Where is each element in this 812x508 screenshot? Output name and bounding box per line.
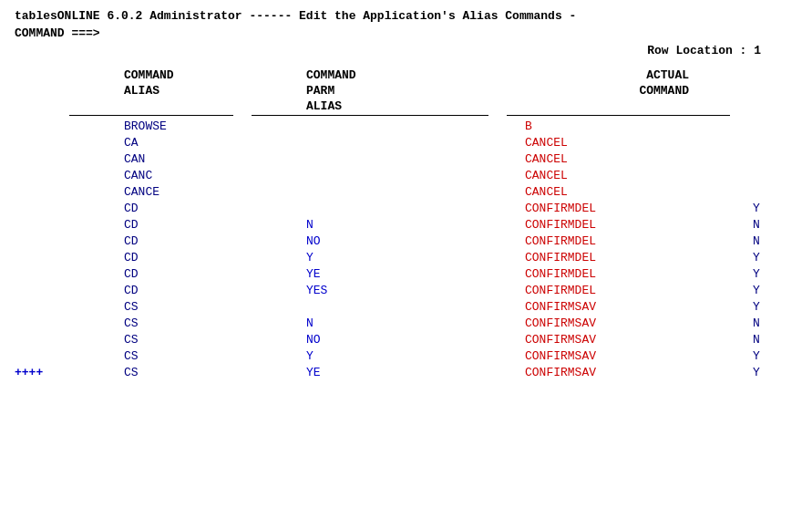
cell-alias: CS bbox=[69, 316, 233, 330]
cell-alias: CD bbox=[69, 251, 233, 264]
table-row: CAN CANCEL bbox=[15, 152, 797, 169]
cell-cmd: CONFIRMDEL bbox=[488, 218, 744, 232]
col-header-row2: ALIAS PARM COMMAND bbox=[15, 84, 797, 98]
cell-parm: YE bbox=[233, 267, 488, 281]
row-location: Row Location : 1 bbox=[15, 44, 797, 57]
col1-header-line3 bbox=[69, 99, 233, 113]
cell-alias: BROWSE bbox=[69, 119, 233, 133]
cell-cmd: CONFIRMDEL bbox=[488, 202, 744, 215]
cell-alias: CS bbox=[69, 366, 233, 379]
table-row: CD YE CONFIRMDEL Y bbox=[15, 267, 797, 284]
cell-flag: N bbox=[744, 234, 798, 248]
cell-parm: N bbox=[233, 316, 488, 330]
cell-alias: CS bbox=[69, 349, 233, 363]
table-row: CD NO CONFIRMDEL N bbox=[15, 234, 797, 251]
cell-parm: NO bbox=[233, 333, 488, 347]
cell-alias: CS bbox=[69, 300, 233, 314]
cell-flag: N bbox=[744, 218, 798, 232]
table-row: CS Y CONFIRMSAV Y bbox=[15, 349, 797, 366]
table-row: CA CANCEL bbox=[15, 136, 797, 152]
header-line1: tablesONLINE 6.0.2 Administrator ------ … bbox=[15, 9, 797, 23]
col2-header-line3: ALIAS bbox=[233, 99, 488, 113]
cell-parm: YE bbox=[233, 366, 488, 379]
cell-alias: CAN bbox=[69, 152, 233, 166]
col1-header-line1: COMMAND bbox=[69, 68, 233, 82]
cell-cmd: CONFIRMDEL bbox=[488, 267, 744, 281]
header-line2: COMMAND ===> bbox=[15, 26, 797, 40]
cell-cmd: CONFIRMSAV bbox=[488, 366, 744, 379]
col3-header-line2: COMMAND bbox=[488, 84, 744, 98]
cell-flag: Y bbox=[744, 284, 798, 297]
cell-flag: Y bbox=[744, 366, 798, 379]
cell-flag: Y bbox=[744, 300, 798, 314]
cell-alias: CD bbox=[69, 234, 233, 248]
col2-header-line1: COMMAND bbox=[233, 68, 488, 82]
table-row: CANCE CANCEL bbox=[15, 185, 797, 202]
cell-flag: Y bbox=[744, 267, 798, 281]
cell-parm: N bbox=[233, 218, 488, 232]
table-row: CS N CONFIRMSAV N bbox=[15, 316, 797, 333]
col4-header-line3 bbox=[744, 99, 798, 113]
table-row: CS CONFIRMSAV Y bbox=[15, 300, 797, 316]
cell-cmd: CONFIRMSAV bbox=[488, 333, 744, 347]
col-header-row1: COMMAND COMMAND ACTUAL bbox=[15, 68, 797, 82]
table-row: CD Y CONFIRMDEL Y bbox=[15, 251, 797, 267]
col3-header-line3 bbox=[488, 99, 744, 113]
cell-cmd: CANCEL bbox=[488, 169, 744, 182]
cell-cmd: CANCEL bbox=[488, 152, 744, 166]
cell-flag: Y bbox=[744, 251, 798, 264]
cell-cmd: B bbox=[488, 119, 744, 133]
col-header-row3: ALIAS bbox=[15, 99, 797, 113]
table-row: CD CONFIRMDEL Y bbox=[15, 202, 797, 218]
cell-flag: Y bbox=[744, 202, 798, 215]
table-row: BROWSE B bbox=[15, 119, 797, 136]
cell-cmd: CONFIRMSAV bbox=[488, 349, 744, 363]
cell-alias: CA bbox=[69, 136, 233, 150]
table-row: CS NO CONFIRMSAV N bbox=[15, 333, 797, 349]
col1-header-line2: ALIAS bbox=[69, 84, 233, 98]
cell-parm: Y bbox=[233, 251, 488, 264]
cell-cmd: CONFIRMDEL bbox=[488, 251, 744, 264]
col2-header-line2: PARM bbox=[233, 84, 488, 98]
cell-alias: CS bbox=[69, 333, 233, 347]
cell-flag: Y bbox=[744, 349, 798, 363]
cell-cmd: CANCEL bbox=[488, 185, 744, 199]
cell-cmd: CONFIRMSAV bbox=[488, 300, 744, 314]
table-row: ++++ CS YE CONFIRMSAV Y bbox=[15, 366, 797, 382]
cell-cmd: CANCEL bbox=[488, 136, 744, 150]
cell-flag: N bbox=[744, 316, 798, 330]
cell-alias: CD bbox=[69, 218, 233, 232]
table-divider bbox=[15, 115, 797, 116]
cell-alias: CD bbox=[69, 202, 233, 215]
cell-parm: YES bbox=[233, 284, 488, 297]
col4-header-line1 bbox=[744, 68, 798, 82]
cell-alias: CANC bbox=[69, 169, 233, 182]
cell-alias: CD bbox=[69, 284, 233, 297]
cell-parm: Y bbox=[233, 349, 488, 363]
table-row: CANC CANCEL bbox=[15, 169, 797, 185]
table-body: BROWSE B CA CANCEL CAN CANCEL CANC CANCE… bbox=[15, 119, 797, 382]
cell-parm: NO bbox=[233, 234, 488, 248]
cell-cmd: CONFIRMDEL bbox=[488, 284, 744, 297]
table-row: CD YES CONFIRMDEL Y bbox=[15, 284, 797, 300]
alias-table: COMMAND COMMAND ACTUAL ALIAS PARM COMMAN… bbox=[15, 68, 797, 382]
col4-header-line2 bbox=[744, 84, 798, 98]
row-prefix: ++++ bbox=[15, 366, 69, 379]
cell-cmd: CONFIRMDEL bbox=[488, 234, 744, 248]
cell-flag: N bbox=[744, 333, 798, 347]
cell-cmd: CONFIRMSAV bbox=[488, 316, 744, 330]
col3-header-line1: ACTUAL bbox=[488, 68, 744, 82]
cell-alias: CANCE bbox=[69, 185, 233, 199]
table-row: CD N CONFIRMDEL N bbox=[15, 218, 797, 234]
cell-alias: CD bbox=[69, 267, 233, 281]
